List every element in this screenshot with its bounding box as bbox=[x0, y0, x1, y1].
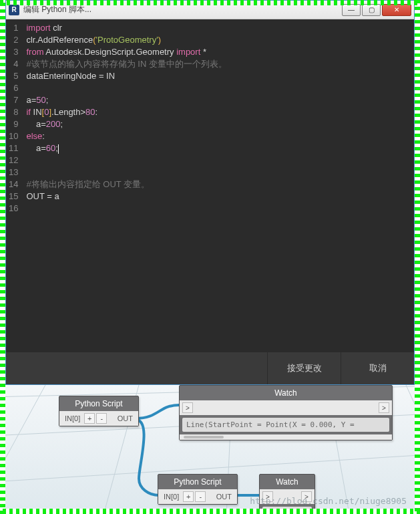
input-port-chevron[interactable]: > bbox=[182, 402, 193, 413]
code-line[interactable]: import clr bbox=[26, 22, 410, 34]
close-button[interactable]: ✕ bbox=[382, 4, 411, 16]
code-line[interactable]: a=60; bbox=[26, 142, 410, 154]
dynamo-canvas[interactable]: Python Script IN[0] + - OUT Watch > > Li… bbox=[5, 385, 415, 509]
svg-line-8 bbox=[406, 385, 415, 509]
line-number: 6 bbox=[9, 82, 18, 94]
cancel-button[interactable]: 取消 bbox=[341, 352, 414, 384]
window-title: 编辑 Python 脚本... bbox=[23, 4, 341, 15]
input-port-label[interactable]: IN[0] bbox=[62, 413, 83, 424]
line-number-gutter: 12345678910111213141516 bbox=[6, 19, 22, 352]
line-number: 9 bbox=[9, 118, 18, 130]
editor-footer: 接受更改 取消 bbox=[6, 352, 414, 384]
remove-input-button[interactable]: - bbox=[96, 413, 107, 424]
python-script-node[interactable]: Python Script IN[0] + - OUT bbox=[59, 396, 139, 426]
code-line[interactable]: dataEnteringNode = IN bbox=[26, 70, 410, 82]
text-cursor bbox=[58, 144, 59, 154]
line-number: 3 bbox=[9, 46, 18, 58]
line-number: 14 bbox=[9, 178, 18, 190]
code-line[interactable] bbox=[26, 154, 410, 166]
node-title: Watch bbox=[180, 386, 392, 400]
output-port-label[interactable]: OUT bbox=[214, 491, 234, 502]
code-line[interactable]: if IN[0].Length>80: bbox=[26, 106, 410, 118]
code-line[interactable] bbox=[26, 203, 410, 215]
output-port-label[interactable]: OUT bbox=[115, 413, 136, 424]
python-editor-window: R 编辑 Python 脚本... — ▢ ✕ 1234567891011121… bbox=[5, 0, 415, 385]
line-number: 12 bbox=[9, 154, 18, 166]
remove-input-button[interactable]: - bbox=[195, 491, 206, 502]
code-line[interactable]: #该节点的输入内容将存储为 IN 变量中的一个列表。 bbox=[26, 58, 410, 70]
line-number: 7 bbox=[9, 94, 18, 106]
code-line[interactable]: from Autodesk.DesignScript.Geometry impo… bbox=[26, 46, 410, 58]
line-number: 15 bbox=[9, 190, 18, 203]
code-line[interactable] bbox=[26, 166, 410, 178]
line-number: 5 bbox=[9, 70, 18, 82]
maximize-button[interactable]: ▢ bbox=[362, 4, 381, 16]
minimize-button[interactable]: — bbox=[342, 4, 361, 16]
add-input-button[interactable]: + bbox=[183, 491, 194, 502]
code-text-area[interactable]: import clrclr.AddReference('ProtoGeometr… bbox=[22, 19, 414, 352]
line-number: 4 bbox=[9, 58, 18, 70]
app-icon: R bbox=[9, 5, 19, 15]
watch-readout: 200 bbox=[262, 507, 312, 509]
line-number: 16 bbox=[9, 203, 18, 215]
watermark-text: http://blog.csdn.net/niuge8905 bbox=[250, 496, 407, 506]
line-number: 8 bbox=[9, 106, 18, 118]
code-line[interactable]: clr.AddReference('ProtoGeometry') bbox=[26, 34, 410, 46]
line-number: 1 bbox=[9, 22, 18, 34]
line-number: 13 bbox=[9, 166, 18, 178]
titlebar[interactable]: R 编辑 Python 脚本... — ▢ ✕ bbox=[6, 1, 414, 19]
code-line[interactable]: a=200; bbox=[26, 118, 410, 130]
code-line[interactable]: OUT = a bbox=[26, 190, 410, 203]
svg-line-4 bbox=[5, 385, 45, 509]
scrollbar-thumb[interactable] bbox=[184, 436, 224, 438]
node-title: Python Script bbox=[158, 475, 237, 489]
node-title: Watch bbox=[260, 475, 314, 489]
line-number: 2 bbox=[9, 34, 18, 46]
watch-readout: Line(StartPoint = Point(X = 0.000, Y = bbox=[182, 418, 389, 432]
code-line[interactable]: else: bbox=[26, 130, 410, 142]
node-title: Python Script bbox=[59, 396, 138, 411]
code-line[interactable]: a=50; bbox=[26, 94, 410, 106]
watch-node[interactable]: Watch > > Line(StartPoint = Point(X = 0.… bbox=[179, 385, 393, 440]
code-line[interactable] bbox=[26, 82, 410, 94]
line-number: 10 bbox=[9, 130, 18, 142]
code-editor[interactable]: 12345678910111213141516 import clrclr.Ad… bbox=[6, 19, 414, 352]
input-port-label[interactable]: IN[0] bbox=[161, 491, 182, 502]
accept-changes-button[interactable]: 接受更改 bbox=[267, 352, 341, 384]
output-port-chevron[interactable]: > bbox=[379, 402, 389, 413]
add-input-button[interactable]: + bbox=[84, 413, 95, 424]
line-number: 11 bbox=[9, 142, 18, 154]
code-line[interactable]: #将输出内容指定给 OUT 变量。 bbox=[26, 178, 410, 190]
python-script-node[interactable]: Python Script IN[0] + - OUT bbox=[158, 474, 238, 505]
